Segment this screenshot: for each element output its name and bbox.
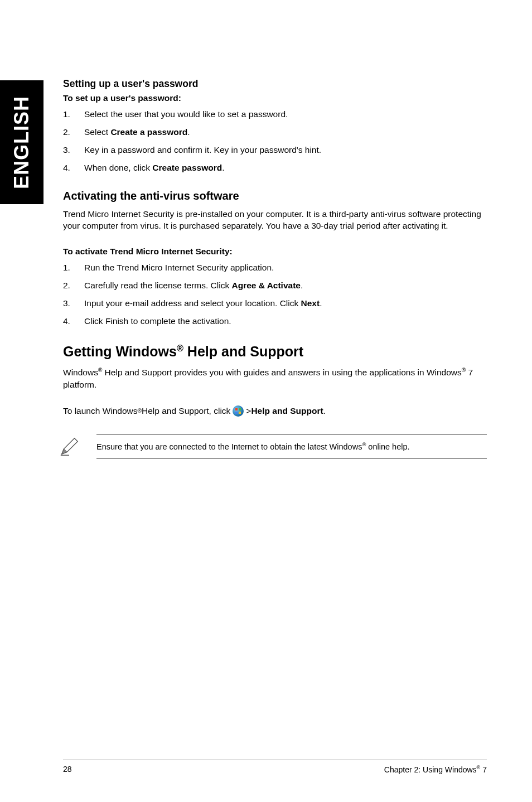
step-text: Carefully read the license terms. Click … [84, 280, 303, 292]
step-number: 4. [63, 162, 84, 174]
step-text: Click Finish to complete the activation. [84, 316, 231, 327]
list-item: 3. Input your e-mail address and select … [63, 298, 487, 310]
step-number: 1. [63, 109, 84, 120]
password-setup-lead: To set up a user's password: [63, 93, 487, 103]
step-number: 2. [63, 280, 84, 292]
step-number: 3. [63, 144, 84, 156]
language-side-tab: ENGLISH [0, 80, 43, 204]
step-text: Select Create a password. [84, 127, 190, 138]
page-number: 28 [63, 765, 72, 774]
antivirus-activate-lead: To activate Trend Micro Internet Securit… [63, 247, 487, 257]
step-text: Input your e-mail address and select you… [84, 298, 322, 310]
help-support-heading: Getting Windows® Help and Support [63, 343, 487, 360]
list-item: 1. Select the user that you would like t… [63, 109, 487, 120]
step-text: When done, click Create password. [84, 162, 225, 174]
list-item: 2. Select Create a password. [63, 127, 487, 138]
step-number: 2. [63, 127, 84, 138]
list-item: 4. When done, click Create password. [63, 162, 487, 174]
antivirus-steps: 1. Run the Trend Micro Internet Security… [63, 262, 487, 327]
windows-start-icon [233, 405, 244, 417]
step-text: Key in a password and confirm it. Key in… [84, 144, 321, 156]
list-item: 1. Run the Trend Micro Internet Security… [63, 262, 487, 274]
page-footer: 28 Chapter 2: Using Windows® 7 [63, 760, 487, 774]
step-number: 3. [63, 298, 84, 310]
step-number: 4. [63, 316, 84, 327]
antivirus-heading: Activating the anti-virus software [63, 190, 487, 202]
chapter-label: Chapter 2: Using Windows® 7 [384, 765, 487, 774]
password-steps: 1. Select the user that you would like t… [63, 109, 487, 174]
help-support-description: Windows® Help and Support provides you w… [63, 366, 487, 391]
help-support-launch: To launch Windows® Help and Support, cli… [63, 405, 487, 417]
step-text: Run the Trend Micro Internet Security ap… [84, 262, 274, 274]
antivirus-description: Trend Micro Internet Security is pre-ins… [63, 208, 487, 232]
note-text-container: Ensure that you are connected to the Int… [96, 434, 487, 460]
password-setup-heading: Setting up a user's password [63, 78, 487, 90]
note-block: Ensure that you are connected to the Int… [63, 434, 487, 460]
list-item: 4. Click Finish to complete the activati… [63, 316, 487, 327]
page-content: Setting up a user's password To set up a… [63, 78, 487, 459]
step-number: 1. [63, 262, 84, 274]
list-item: 3. Key in a password and confirm it. Key… [63, 144, 487, 156]
list-item: 2. Carefully read the license terms. Cli… [63, 280, 487, 292]
note-text: Ensure that you are connected to the Int… [96, 442, 410, 451]
step-text: Select the user that you would like to s… [84, 109, 288, 120]
pencil-icon [59, 436, 80, 457]
